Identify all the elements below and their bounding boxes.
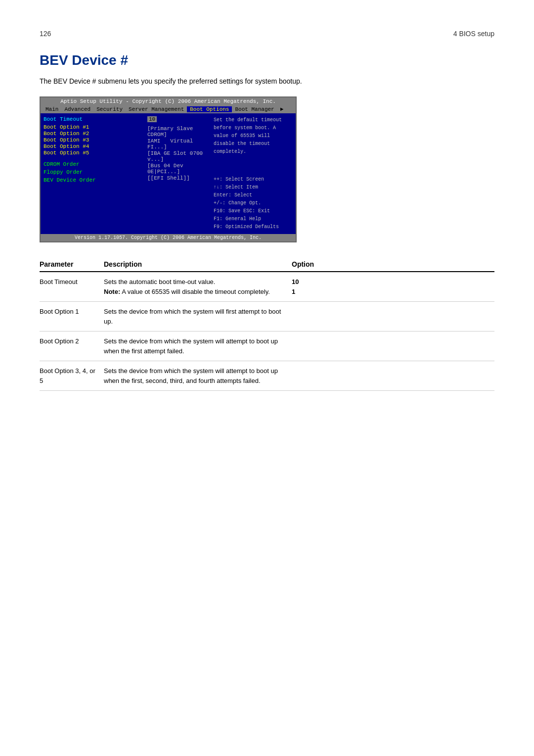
param-boot-timeout: Boot Timeout [40,272,104,302]
section-title: BEV Device # [40,52,494,68]
bios-body: Boot Timeout Boot Option #1 Boot Option … [41,113,296,234]
bios-menu-boot-options: Boot Options [187,106,232,112]
bios-timeout-value: 10 [147,116,157,122]
option-boot-option345 [292,361,494,391]
table-body: Boot Timeout Sets the automatic boot tim… [40,272,494,391]
note-text: A value ot 65535 will disable the timeou… [122,288,270,295]
page-number: 126 [40,30,51,38]
bios-bev-device-order: BEV Device Order [44,177,142,183]
bios-title-bar: Aptio Setup Utility - Copyright (C) 2006… [41,97,296,105]
bios-nav-enter: Enter: Select [214,191,293,199]
bios-menu-advanced: Advanced [61,106,93,112]
bios-nav-f9: F9: Optimized Defaults [214,223,293,231]
table-row: Boot Option 1 Sets the device from which… [40,302,494,331]
bios-center-panel: 10 [Primary Slave CDROM] IAMI Virtual FI… [142,116,214,231]
bios-nav-help: ++: Select Screen ↑↓: Select Item Enter:… [214,176,293,231]
table-row: Boot Option 2 Sets the device from which… [40,331,494,361]
bios-boot-option2: Boot Option #2 [44,131,142,137]
bios-boot-option4: Boot Option #4 [44,143,142,149]
bios-left-panel: Boot Timeout Boot Option #1 Boot Option … [44,116,142,231]
bios-boot-option3: Boot Option #3 [44,137,142,143]
bios-nav-item: ↑↓: Select Item [214,184,293,191]
desc-boot-option2: Sets the device from which the system wi… [104,331,292,361]
bios-opt1-value: [Primary Slave CDROM] [147,126,209,138]
bios-menu-security: Security [93,106,126,112]
bios-nav-change: +/-: Change Opt. [214,199,293,207]
bios-opt3-value: [IBA GE Slot 0700 v...] [147,150,209,162]
parameter-table: Parameter Description Option Boot Timeou… [40,257,494,391]
bios-boot-option1: Boot Option #1 [44,124,142,130]
bios-boot-timeout-label: Boot Timeout [44,116,142,122]
col-header-option: Option [292,257,494,272]
param-boot-option345: Boot Option 3, 4, or 5 [40,361,104,391]
page-header: 126 4 BIOS setup [40,30,494,38]
chapter-title: 4 BIOS setup [453,30,494,38]
bios-menu-bar: Main Advanced Security Server Management… [41,105,296,113]
bios-screenshot: Aptio Setup Utility - Copyright (C) 2006… [40,96,297,242]
bios-opt2-value: IAMI Virtual FI...] [147,138,209,150]
bios-menu-arrow: ► [277,106,287,112]
bios-nav-screen: ++: Select Screen [214,176,293,184]
bios-help-text: Set the default timeout before system bo… [214,116,293,156]
bios-opt4-value: [Bus 04 Dev 0E|PCI...] [147,163,209,175]
bios-right-panel: Set the default timeout before system bo… [214,116,293,231]
desc-boot-timeout: Sets the automatic boot time-out value. … [104,272,292,302]
param-boot-option1: Boot Option 1 [40,302,104,331]
bios-footer: Version 1.17.1057. Copyright (C) 2006 Am… [41,234,296,241]
table-header-row: Parameter Description Option [40,257,494,272]
bios-cdrom-order: CDROM Order [44,161,142,167]
option-boot-timeout: 10 1 [292,272,494,302]
col-header-description: Description [104,257,292,272]
param-boot-option2: Boot Option 2 [40,331,104,361]
note-label: Note: [104,288,120,295]
table-row: Boot Option 3, 4, or 5 Sets the device f… [40,361,494,391]
bios-nav-f10: F10: Save ESC: Exit [214,207,293,215]
table-header: Parameter Description Option [40,257,494,272]
option-val-1: 1 [292,288,295,295]
desc-text-1: Sets the automatic boot time-out value. [104,278,215,285]
option-boot-option1 [292,302,494,331]
section-description: The BEV Device # submenu lets you specif… [40,76,494,87]
bios-menu-boot-manager: Boot Manager [232,106,277,112]
bios-floppy-order: Floppy Order [44,169,142,175]
bios-opt5-value: [[EFI Shell]] [147,175,209,181]
bios-boot-option5: Boot Option #5 [44,150,142,156]
bios-menu-main: Main [43,106,61,112]
col-header-parameter: Parameter [40,257,104,272]
desc-boot-option345: Sets the device from which the system wi… [104,361,292,391]
desc-boot-option1: Sets the device from which the system wi… [104,302,292,331]
option-val-10: 10 [292,278,299,285]
table-row: Boot Timeout Sets the automatic boot tim… [40,272,494,302]
bios-menu-server: Server Management [126,106,187,112]
bios-nav-f1: F1: General Help [214,215,293,223]
option-boot-option2 [292,331,494,361]
